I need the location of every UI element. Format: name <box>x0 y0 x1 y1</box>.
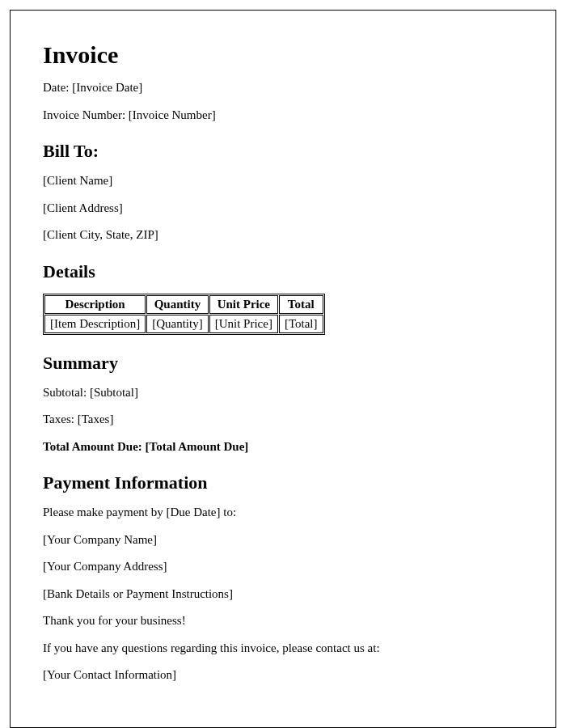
client-address: [Client Address] <box>43 201 523 217</box>
company-address: [Your Company Address] <box>43 559 523 575</box>
invoice-number-line: Invoice Number: [Invoice Number] <box>43 108 523 124</box>
header-description: Description <box>44 295 146 314</box>
total-due-label: Total Amount Due: <box>43 440 146 453</box>
invoice-number-value: [Invoice Number] <box>129 108 216 121</box>
header-quantity: Quantity <box>146 295 208 314</box>
payment-due-line: Please make payment by [Due Date] to: <box>43 505 523 521</box>
header-total: Total <box>279 295 323 314</box>
cell-quantity: [Quantity] <box>146 315 208 333</box>
subtotal-line: Subtotal: [Subtotal] <box>43 385 523 401</box>
taxes-label: Taxes: <box>43 413 78 425</box>
client-name: [Client Name] <box>43 173 523 189</box>
taxes-line: Taxes: [Taxes] <box>43 412 523 428</box>
thank-you: Thank you for your business! <box>43 613 523 629</box>
date-line: Date: [Invoice Date] <box>43 80 523 96</box>
payment-line1-prefix: Please make payment by <box>43 506 166 518</box>
subtotal-value: [Subtotal] <box>90 386 138 399</box>
cell-unit-price: [Unit Price] <box>209 315 278 333</box>
payment-heading: Payment Information <box>43 472 523 493</box>
payment-due-date: [Due Date] <box>166 506 220 518</box>
bank-details: [Bank Details or Payment Instructions] <box>43 586 523 603</box>
contact-info: [Your Contact Information] <box>43 667 523 684</box>
table-header-row: Description Quantity Unit Price Total <box>44 295 323 314</box>
company-name: [Your Company Name] <box>43 532 523 548</box>
invoice-page: Invoice Date: [Invoice Date] Invoice Num… <box>10 10 556 728</box>
total-due-value: [Total Amount Due] <box>146 440 249 453</box>
date-value: [Invoice Date] <box>72 81 142 94</box>
cell-description: [Item Description] <box>44 315 146 333</box>
invoice-title: Invoice <box>43 41 523 69</box>
date-label: Date: <box>43 81 72 94</box>
subtotal-label: Subtotal: <box>43 386 90 399</box>
details-table: Description Quantity Unit Price Total [I… <box>43 294 325 335</box>
total-due-line: Total Amount Due: [Total Amount Due] <box>43 439 523 455</box>
payment-line1-suffix: to: <box>221 506 237 518</box>
table-row: [Item Description] [Quantity] [Unit Pric… <box>44 315 323 333</box>
bill-to-heading: Bill To: <box>43 141 523 162</box>
client-city-state-zip: [Client City, State, ZIP] <box>43 227 523 243</box>
header-unit-price: Unit Price <box>209 295 278 314</box>
invoice-number-label: Invoice Number: <box>43 108 129 121</box>
details-heading: Details <box>43 261 523 282</box>
summary-heading: Summary <box>43 353 523 374</box>
taxes-value: [Taxes] <box>78 413 114 425</box>
contact-intro: If you have any questions regarding this… <box>43 641 523 657</box>
cell-total: [Total] <box>279 315 323 333</box>
